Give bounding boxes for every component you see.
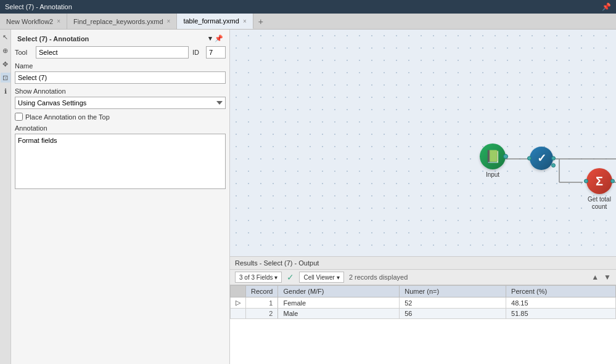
tab-close-1[interactable]: × xyxy=(167,18,171,25)
annotation-textarea[interactable]: Format fields xyxy=(15,134,226,189)
results-title: Results - Select (7) - Output xyxy=(235,259,319,267)
show-annotation-row: Show Annotation Using Canvas Settings Al… xyxy=(15,87,226,109)
row-gender-2: Male xyxy=(278,309,400,319)
tab-label: table_format.yxmd xyxy=(183,17,239,25)
sidebar-icon-info[interactable]: ℹ xyxy=(1,86,10,96)
show-annotation-label: Show Annotation xyxy=(15,87,226,95)
node-sum[interactable]: Σ Get total count xyxy=(583,168,616,211)
row-percent-2: 51.85 xyxy=(506,309,616,319)
viewer-label: Cell Viewer xyxy=(303,274,334,281)
name-input[interactable] xyxy=(15,71,226,84)
name-row: Name xyxy=(15,62,226,84)
row-num-1: 1 xyxy=(246,297,278,309)
node-check[interactable]: ✓ xyxy=(530,147,553,170)
fields-button[interactable]: 3 of 3 Fields ▾ xyxy=(235,272,282,283)
main-area: ↖ ⊕ ✥ ⊡ ℹ Select (7) - Annotation ▾ 📌 To… xyxy=(0,30,616,364)
col-gender: Gender (M/F) xyxy=(278,286,400,297)
place-annotation-row: Place Annotation on the Top xyxy=(15,113,226,121)
annotation-section: Annotation Format fields xyxy=(15,124,226,191)
tool-input[interactable] xyxy=(36,46,189,59)
pin-icon[interactable]: 📌 xyxy=(602,2,611,11)
left-panel: Select (7) - Annotation ▾ 📌 Tool ID Name xyxy=(11,30,230,364)
cell-viewer-button[interactable]: Cell Viewer ▾ xyxy=(299,272,343,283)
sidebar-icon-hand[interactable]: ✥ xyxy=(1,59,10,69)
app-container: Select (7) - Annotation 📌 New Workflow2 … xyxy=(0,0,616,364)
place-annotation-checkbox[interactable] xyxy=(15,113,23,121)
col-record: Record xyxy=(246,286,278,297)
row-numer-1: 52 xyxy=(400,297,506,309)
tab-find-replace[interactable]: Find_replace_keywords.yxmd × xyxy=(67,14,177,29)
check-mark[interactable]: ✓ xyxy=(287,272,294,282)
results-area: Results - Select (7) - Output 3 of 3 Fie… xyxy=(230,256,616,364)
sort-up-icon[interactable]: ▲ xyxy=(591,273,599,281)
panel-down-arrow[interactable]: ▾ xyxy=(208,34,212,42)
tab-label: Find_replace_keywords.yxmd xyxy=(73,18,163,25)
table-row[interactable]: ▷ 1 Female 52 48.15 xyxy=(231,297,616,309)
tab-close-2[interactable]: × xyxy=(243,18,247,25)
row-percent-1: 48.15 xyxy=(506,297,616,309)
table-row[interactable]: 2 Male 56 51.85 xyxy=(231,309,616,319)
panel-title-icons: ▾ 📌 xyxy=(208,34,223,42)
canvas-area: 📗 Input ✓ xyxy=(230,30,616,364)
row-num-2: 2 xyxy=(246,309,278,319)
viewer-caret: ▾ xyxy=(337,274,340,281)
records-info: 2 records displayed xyxy=(349,273,408,281)
table-body: ▷ 1 Female 52 48.15 2 Male 56 xyxy=(231,297,616,319)
show-annotation-select[interactable]: Using Canvas Settings Always Show Never … xyxy=(15,97,226,109)
title-bar-text: Select (7) - Annotation xyxy=(5,3,72,10)
tab-label: New Workflow2 xyxy=(6,18,53,25)
results-toolbar: 3 of 3 Fields ▾ ✓ Cell Viewer ▾ 2 record… xyxy=(230,270,616,285)
place-annotation-label: Place Annotation on the Top xyxy=(25,113,110,121)
annotation-label: Annotation xyxy=(15,124,226,132)
header-row: Record Gender (M/F) Numer (n=) Percent (… xyxy=(231,286,616,297)
tool-row: Tool ID xyxy=(15,46,226,59)
fields-caret: ▾ xyxy=(274,274,277,281)
title-bar: Select (7) - Annotation 📌 xyxy=(0,0,616,14)
panel-pin-icon[interactable]: 📌 xyxy=(215,34,223,42)
add-tab-button[interactable]: + xyxy=(253,14,268,29)
row-selector-1[interactable]: ▷ xyxy=(231,297,246,309)
node-input[interactable]: 📗 Input xyxy=(480,144,506,179)
tool-label: Tool xyxy=(15,49,32,56)
col-percent: Percent (%) xyxy=(506,286,616,297)
node-input-label: Input xyxy=(486,171,499,179)
sidebar-icon-move[interactable]: ⊕ xyxy=(1,46,10,55)
sidebar-icon-cursor[interactable]: ↖ xyxy=(1,32,10,42)
fields-count: 3 of 3 Fields xyxy=(239,274,273,281)
tab-bar: New Workflow2 × Find_replace_keywords.yx… xyxy=(0,14,616,30)
id-label: ID xyxy=(192,49,202,56)
sidebar-icon-select[interactable]: ⊡ xyxy=(1,73,10,83)
col-numer: Numer (n=) xyxy=(400,286,506,297)
tab-close-0[interactable]: × xyxy=(57,18,60,25)
tab-table-format[interactable]: table_format.yxmd × xyxy=(177,14,253,29)
row-selector-2[interactable] xyxy=(231,309,246,319)
name-label: Name xyxy=(15,62,226,70)
results-header: Results - Select (7) - Output xyxy=(230,257,616,270)
connections-svg xyxy=(230,30,616,256)
icon-sidebar: ↖ ⊕ ✥ ⊡ ℹ xyxy=(0,30,11,364)
results-table-container[interactable]: Record Gender (M/F) Numer (n=) Percent (… xyxy=(230,285,616,364)
row-gender-1: Female xyxy=(278,297,400,309)
results-table: Record Gender (M/F) Numer (n=) Percent (… xyxy=(230,285,616,319)
panel-title: Select (7) - Annotation ▾ 📌 xyxy=(15,33,226,44)
panel-title-text: Select (7) - Annotation xyxy=(17,35,89,42)
node-sum-label: Get total count xyxy=(583,196,616,211)
table-header: Record Gender (M/F) Numer (n=) Percent (… xyxy=(231,286,616,297)
tab-new-workflow2[interactable]: New Workflow2 × xyxy=(0,14,67,29)
workflow-canvas[interactable]: 📗 Input ✓ xyxy=(230,30,616,256)
sort-down-icon[interactable]: ▼ xyxy=(604,273,611,281)
selector-header xyxy=(231,286,246,297)
row-numer-2: 56 xyxy=(400,309,506,319)
id-input[interactable] xyxy=(206,46,226,59)
